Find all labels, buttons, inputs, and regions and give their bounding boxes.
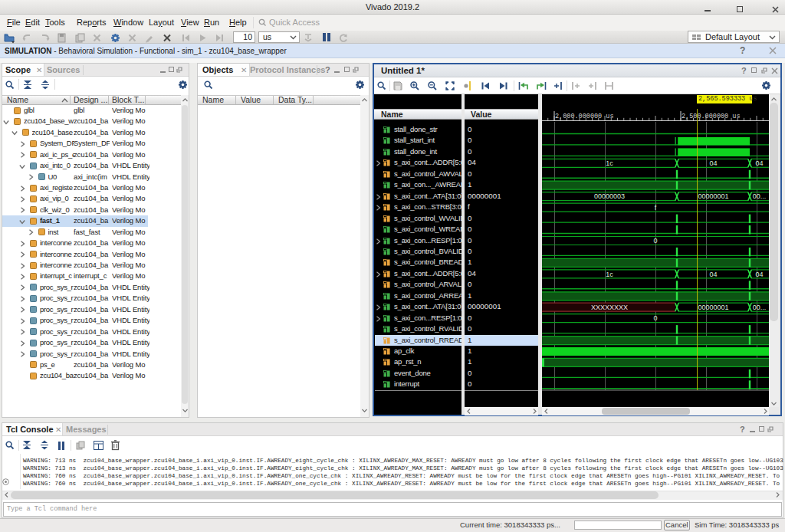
svg-text:1c: 1c — [606, 271, 613, 278]
svg-text:00...: 00... — [753, 304, 767, 311]
svg-text:04: 04 — [709, 271, 717, 278]
svg-text:1c: 1c — [606, 159, 613, 167]
svg-text:0: 0 — [653, 237, 657, 245]
svg-text:04: 04 — [755, 271, 763, 278]
svg-text:f: f — [655, 204, 657, 212]
svg-text:00000001: 00000001 — [698, 192, 728, 200]
svg-text:00000001: 00000001 — [698, 304, 728, 311]
svg-text:04: 04 — [755, 159, 763, 167]
svg-text:0: 0 — [653, 314, 657, 322]
svg-text:04: 04 — [709, 159, 717, 167]
svg-text:2,500.000000 us: 2,500.000000 us — [682, 113, 741, 120]
svg-text:00...: 00... — [753, 192, 767, 200]
svg-text:00000003: 00000003 — [594, 192, 625, 200]
svg-text:XXXXXXXX: XXXXXXXX — [591, 304, 628, 311]
svg-text:2,000.000000 us: 2,000.000000 us — [555, 113, 614, 120]
